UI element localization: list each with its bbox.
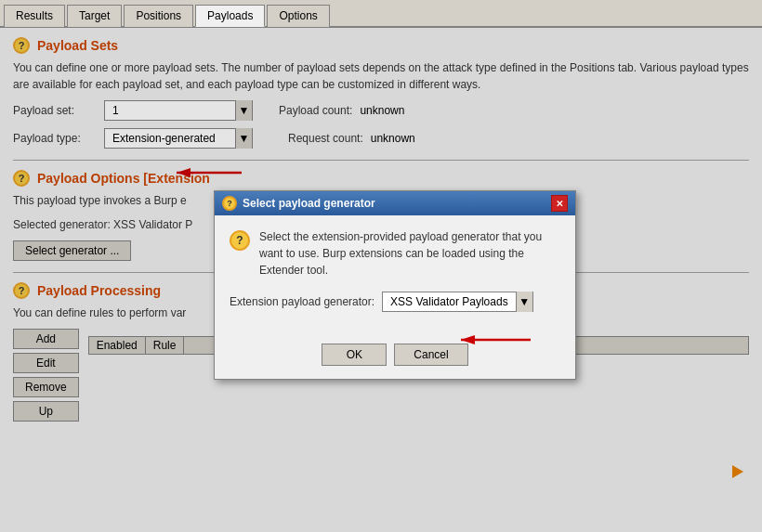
modal-title-left: ? Select payload generator	[222, 196, 375, 211]
modal-help-icon[interactable]: ?	[230, 230, 250, 251]
modal-body: ? Select the extension-provided payload …	[215, 215, 575, 340]
modal-close-button[interactable]: ✕	[551, 195, 568, 212]
modal-form-row: Extension payload generator: XSS Validat…	[230, 292, 560, 312]
modal-description: Select the extension-provided payload ge…	[259, 228, 560, 279]
modal-title-icon: ?	[222, 196, 237, 211]
modal-titlebar: ? Select payload generator ✕	[215, 191, 575, 215]
extension-dropdown-arrow[interactable]: ▼	[516, 292, 532, 312]
tab-payloads[interactable]: Payloads	[195, 5, 265, 27]
cancel-button[interactable]: Cancel	[394, 344, 467, 366]
select-payload-generator-modal: ? Select payload generator ✕ ? Select th…	[214, 190, 576, 380]
tab-target[interactable]: Target	[67, 5, 122, 27]
extension-value: XSS Validator Payloads	[383, 292, 516, 311]
extension-select[interactable]: XSS Validator Payloads ▼	[382, 292, 533, 312]
ok-button[interactable]: OK	[322, 344, 387, 366]
tab-positions[interactable]: Positions	[124, 5, 193, 27]
tab-bar: Results Target Positions Payloads Option…	[0, 0, 762, 28]
tab-results[interactable]: Results	[4, 5, 65, 27]
extension-label: Extension payload generator:	[230, 295, 374, 308]
modal-footer: OK Cancel	[215, 340, 575, 379]
tab-options[interactable]: Options	[267, 5, 329, 27]
main-content: ? Payload Sets You can define one or mor…	[0, 28, 762, 532]
modal-title-text: Select payload generator	[243, 197, 375, 210]
modal-desc-row: ? Select the extension-provided payload …	[230, 228, 560, 279]
